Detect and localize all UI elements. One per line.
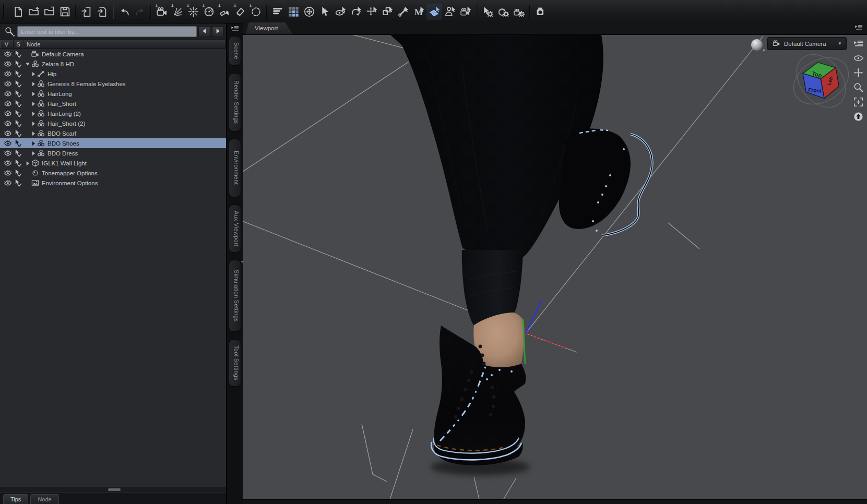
side-tab-aux-viewport[interactable]: Aux Viewport [229,205,241,253]
geometry-editor-tool-button[interactable] [426,4,442,20]
create-prop-button[interactable]: + [232,4,248,20]
cursor-check-icon[interactable] [14,100,22,107]
reset-view-button[interactable] [852,111,864,123]
viewport-menu-button[interactable] [852,38,864,50]
eye-icon[interactable] [3,129,13,137]
3d-viewport-canvas[interactable]: Top Front Left [243,35,867,499]
chevron-right-icon[interactable] [30,121,37,127]
toolbar-drag-handle[interactable] [3,4,6,19]
node-selection-tool-button[interactable] [317,4,332,20]
render-settings-button[interactable] [511,4,527,20]
joint-editor-tool-button[interactable] [395,4,411,20]
import-button[interactable] [79,4,94,20]
frame-view-button[interactable] [852,96,864,108]
create-point-light-button[interactable]: + [185,4,201,20]
tree-row-hair-short-2-[interactable]: Hair_Short (2) [0,118,226,128]
create-primitive-button[interactable]: + [201,4,217,20]
surface-settings-button[interactable] [495,4,511,20]
chevron-right-icon[interactable] [30,81,37,87]
translate-tool-button[interactable] [364,4,379,20]
create-distant-light-button[interactable]: + [170,4,185,20]
orbit-tool-button[interactable] [332,4,348,20]
side-tab-environment[interactable]: Environment [229,139,241,197]
cursor-check-icon[interactable] [14,159,22,167]
cursor-check-icon[interactable] [14,60,22,68]
redo-button[interactable] [132,4,148,20]
cursor-check-icon[interactable] [14,139,22,147]
tree-row-bdo-dress[interactable]: BDO Dress [0,148,226,158]
side-tab-tool-settings[interactable]: Tool Settings [229,339,241,387]
cursor-check-icon[interactable] [14,169,22,177]
eye-icon[interactable] [3,119,13,127]
measure-tool-button[interactable]: M [411,4,426,20]
eye-icon[interactable] [3,60,13,68]
tree-row-environment-options[interactable]: Environment Options [0,178,226,188]
tree-row-zelara-8-hd[interactable]: Zelara 8 HD [0,59,226,69]
scale-tool-button[interactable] [379,4,395,20]
orbit-view-button[interactable] [852,52,864,64]
eye-icon[interactable] [3,169,13,177]
cursor-check-icon[interactable] [14,50,22,58]
filter-input[interactable] [17,26,197,37]
tree-row-hair-short[interactable]: Hair_Short [0,99,226,109]
zoom-view-button[interactable] [852,81,864,93]
eye-icon[interactable] [3,70,13,78]
tab-node[interactable]: Node [30,494,58,504]
cursor-check-icon[interactable] [14,80,22,88]
scrollbar-thumb[interactable] [108,488,121,491]
cursor-check-icon[interactable] [14,70,22,78]
tree-row-hairlong[interactable]: HairLong [0,89,226,99]
create-null-button[interactable]: + [248,4,264,20]
chevron-right-icon[interactable] [25,160,31,166]
open-scene-button[interactable] [26,4,41,20]
select-previous-button[interactable] [198,26,210,37]
cursor-check-icon[interactable] [14,90,22,98]
figure-tool-button[interactable] [442,4,458,20]
tab-viewport[interactable]: Viewport [245,22,293,34]
merge-scene-button[interactable] [41,4,57,20]
eye-icon[interactable] [3,100,13,107]
side-tab-simulation-settings[interactable]: Simulation Settings [229,260,241,332]
chevron-down-icon[interactable] [25,61,31,67]
side-tab-scene[interactable]: Scene [229,36,241,66]
render-button[interactable] [533,4,549,20]
tree-row-hairlong-2-[interactable]: HairLong (2) [0,109,226,118]
viewport-pane-dock-button[interactable] [853,23,864,33]
tree-row-tonemapper-options[interactable]: Tonemapper Options [0,168,226,178]
eye-icon[interactable] [3,50,13,58]
chevron-right-icon[interactable] [30,140,37,147]
cursor-check-icon[interactable] [14,119,22,127]
camera-pick-tool-button[interactable] [458,4,473,20]
tree-row-bdo-scarf[interactable]: BDO Scarf [0,128,226,138]
scene-navigator-button[interactable] [270,4,286,20]
camera-selector[interactable]: Default Camera ▼ [767,37,847,50]
tree-row-hip[interactable]: Hip [0,69,226,79]
tree-row-default-camera[interactable]: Default Camera [0,49,226,59]
eye-icon[interactable] [3,110,13,117]
tree-row-iglk1-wall-light[interactable]: IGLK1 Wall Light [0,158,226,168]
eye-icon[interactable] [3,139,13,147]
undo-button[interactable] [116,4,132,20]
scene-pane-dock-button[interactable] [229,25,241,34]
create-camera-button[interactable]: + [154,4,170,20]
create-spotlight-button[interactable]: + [217,4,232,20]
chevron-right-icon[interactable] [30,150,37,157]
horizontal-scrollbar[interactable] [0,487,226,492]
filter-options-button[interactable]: ▼ [2,26,16,38]
tab-tips[interactable]: Tips [3,494,28,504]
tool-settings-button[interactable] [480,4,495,20]
new-scene-button[interactable] [10,4,26,20]
chevron-right-icon[interactable] [30,71,37,77]
eye-icon[interactable] [3,159,13,167]
chevron-right-icon[interactable] [30,91,37,97]
select-next-button[interactable] [212,26,224,37]
pan-view-button[interactable] [852,67,864,79]
eye-icon[interactable] [3,80,13,88]
chevron-right-icon[interactable] [30,111,37,117]
eye-icon[interactable] [3,90,13,98]
chevron-right-icon[interactable] [30,101,37,107]
drawstyle-selector[interactable]: ▼ [750,39,766,52]
viewport-pan-mode-button[interactable] [301,4,317,20]
eye-icon[interactable] [3,179,13,187]
cursor-check-icon[interactable] [14,149,22,157]
